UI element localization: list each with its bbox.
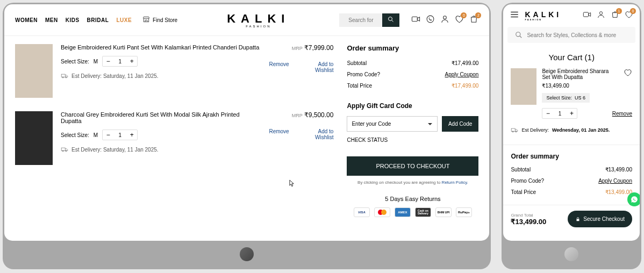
hamburger-icon[interactable] [510, 10, 519, 21]
check-status-link[interactable]: CHECK STATUS [347, 137, 478, 143]
svg-rect-9 [61, 148, 65, 150]
promo-label: Promo Code? [511, 178, 544, 184]
search-button[interactable] [382, 13, 399, 27]
qty-input[interactable] [553, 111, 566, 117]
item-image[interactable] [15, 111, 53, 165]
mobile-footer: Grand Total ₹13,499.00 Secure Checkout [503, 205, 640, 233]
svg-point-16 [599, 12, 602, 15]
add-wishlist-button[interactable]: Add to Wishlist [300, 61, 334, 73]
cart-badge: 2 [475, 12, 481, 18]
qty-input[interactable] [113, 132, 126, 138]
svg-rect-3 [412, 17, 418, 21]
qty-remove-row: − + Remove [503, 108, 640, 119]
item-name: Charcoal Grey Embroidered Kurti Set With… [61, 111, 261, 124]
summary-title: Order summary [347, 44, 478, 52]
bhim-upi-icon: BHIM UPI [435, 207, 452, 217]
secure-checkout-button[interactable]: Secure Checkout [568, 211, 632, 227]
mobile-device: KALKIFASHION 1 0 Your Cart (1) Beige Emb… [502, 3, 641, 269]
return-policy-link[interactable]: Return Policy. [442, 180, 468, 185]
item-actions: Remove Add to Wishlist [269, 61, 333, 73]
video-icon[interactable] [411, 15, 420, 26]
qty-minus-button[interactable]: − [542, 109, 553, 118]
cart-title: Your Cart (1) [503, 43, 640, 68]
desktop-device: WOMEN MEN KIDS BRIDAL LUXE Find Store KA… [3, 3, 491, 269]
mobile-search-input[interactable] [527, 32, 628, 38]
nav-bridal[interactable]: BRIDAL [87, 17, 109, 23]
delivery-date: Wednesday, 01 Jan 2025. [552, 127, 610, 133]
nav-kids[interactable]: KIDS [66, 17, 80, 23]
wishlist-icon[interactable]: 0 [625, 10, 633, 21]
mobile-screen: KALKIFASHION 1 0 Your Cart (1) Beige Emb… [503, 4, 640, 241]
qty-plus-button[interactable]: + [126, 130, 137, 140]
qty-plus-button[interactable]: + [126, 56, 137, 66]
desktop-device-footer [4, 241, 489, 268]
cart-item: Beige Embroidered Kurti Pant Set With Ka… [15, 44, 333, 98]
divider [503, 145, 640, 145]
payment-icons: VISA AMEX Cash on Delivery BHIM UPI RuPa… [347, 207, 478, 217]
checkout-label: Secure Checkout [583, 216, 625, 222]
apply-coupon-link[interactable]: Apply Coupon [445, 71, 479, 77]
search-input[interactable] [339, 13, 382, 27]
gift-code-select[interactable]: Enter your Code [347, 116, 438, 132]
add-wishlist-button[interactable]: Add to Wishlist [300, 128, 334, 140]
whatsapp-floating-button[interactable] [627, 192, 640, 206]
qty-plus-button[interactable]: + [566, 109, 577, 118]
wishlist-badge: 0 [630, 8, 636, 14]
promo-label: Promo Code? [347, 71, 380, 77]
whatsapp-icon[interactable] [426, 15, 435, 26]
item-image[interactable] [15, 44, 53, 98]
visa-icon: VISA [354, 207, 370, 217]
qty-input[interactable] [113, 59, 126, 64]
svg-point-1 [389, 17, 392, 20]
mobile-device-footer [503, 241, 640, 268]
svg-rect-19 [512, 128, 516, 131]
mobile-header: KALKIFASHION 1 0 [503, 4, 640, 27]
mastercard-icon [374, 207, 390, 217]
gift-card-title: Apply Gift Card Code [347, 102, 478, 110]
svg-rect-22 [577, 219, 579, 221]
logo-main: KALKI [227, 12, 290, 25]
apply-coupon-link[interactable]: Apply Coupon [598, 178, 632, 184]
cart-item: Charcoal Grey Embroidered Kurti Set With… [15, 111, 333, 165]
remove-button[interactable]: Remove [269, 61, 289, 73]
item-image[interactable] [511, 68, 536, 105]
find-store-link[interactable]: Find Store [142, 16, 177, 24]
logo[interactable]: KALKI FASHION [184, 12, 333, 28]
cart-badge: 1 [616, 8, 622, 14]
quantity-stepper: − + [102, 130, 138, 140]
qty-minus-button[interactable]: − [103, 130, 113, 140]
nav-men[interactable]: MEN [45, 17, 58, 23]
mobile-logo[interactable]: KALKIFASHION [525, 10, 577, 21]
item-name: Beige Embroidered Kurti Pant Set With Ka… [61, 44, 261, 51]
checkout-button[interactable]: PROCEED TO CHECKOUT [347, 156, 478, 176]
item-actions: Remove Add to Wishlist [269, 128, 333, 140]
cart-icon[interactable]: 2 [469, 15, 478, 26]
item-details: Charcoal Grey Embroidered Kurti Set With… [61, 111, 261, 165]
cart-icon[interactable]: 1 [611, 10, 619, 21]
qty-minus-button[interactable]: − [103, 56, 113, 66]
remove-button[interactable]: Remove [612, 111, 632, 117]
video-icon[interactable] [583, 10, 591, 21]
size-value[interactable]: M [94, 132, 98, 138]
lock-icon [575, 217, 581, 222]
account-icon[interactable] [440, 15, 449, 26]
nav-women[interactable]: WOMEN [15, 17, 38, 23]
mobile-cart-item: Beige Embroidered Sharara Set With Dupat… [503, 68, 640, 106]
desktop-screen: WOMEN MEN KIDS BRIDAL LUXE Find Store KA… [4, 4, 489, 241]
wishlist-icon[interactable]: 0 [455, 15, 464, 26]
add-code-button[interactable]: Add Code [442, 116, 478, 132]
size-value[interactable]: M [94, 59, 98, 64]
nav-luxe[interactable]: LUXE [116, 17, 132, 23]
wishlist-heart-icon[interactable] [624, 68, 632, 79]
svg-line-2 [392, 20, 393, 21]
truck-icon [61, 146, 68, 153]
size-selector[interactable]: Select Size:US 6 [542, 93, 590, 103]
mobile-search-box[interactable] [507, 27, 635, 43]
account-icon[interactable] [597, 10, 605, 21]
logo-main: KALKI [525, 10, 561, 19]
delivery-text: Est Delivery: Saturday, 11 Jan 2025. [71, 73, 159, 79]
header-icons: 0 2 [411, 15, 478, 26]
agree-prefix: By clicking on checkout you are agreeing… [357, 180, 442, 185]
remove-button[interactable]: Remove [269, 128, 289, 140]
subtotal-label: Subtotal [347, 60, 367, 66]
